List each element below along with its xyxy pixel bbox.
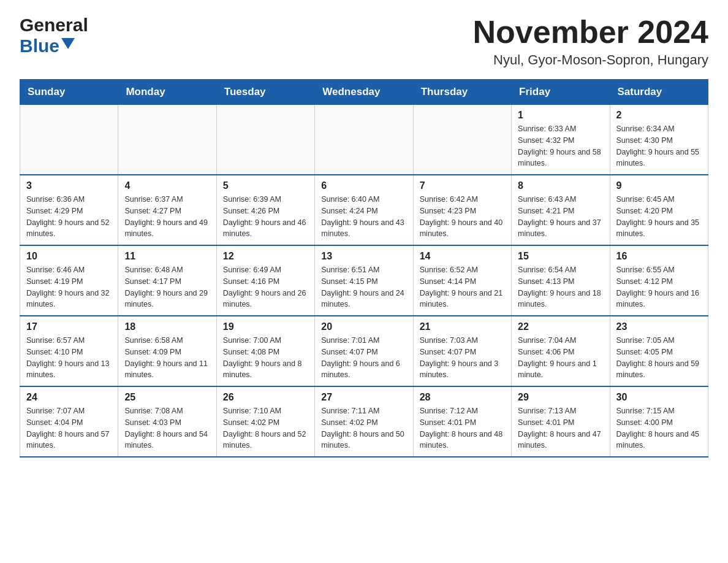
cell-week2-day1: 4Sunrise: 6:37 AMSunset: 4:27 PMDaylight…: [118, 175, 216, 245]
cell-week2-day2: 5Sunrise: 6:39 AMSunset: 4:26 PMDaylight…: [216, 175, 314, 245]
cell-week3-day5: 15Sunrise: 6:54 AMSunset: 4:13 PMDayligh…: [512, 245, 610, 316]
cell-week4-day3: 20Sunrise: 7:01 AMSunset: 4:07 PMDayligh…: [315, 316, 413, 386]
logo: General Blue: [20, 15, 88, 56]
day-number: 10: [26, 251, 112, 262]
day-number: 7: [420, 180, 505, 191]
week-row-2: 3Sunrise: 6:36 AMSunset: 4:29 PMDaylight…: [20, 175, 708, 245]
cell-week5-day2: 26Sunrise: 7:10 AMSunset: 4:02 PMDayligh…: [216, 386, 314, 457]
day-number: 19: [223, 321, 308, 332]
day-info: Sunrise: 6:46 AMSunset: 4:19 PMDaylight:…: [26, 264, 112, 310]
day-number: 14: [420, 251, 505, 262]
cell-week3-day2: 12Sunrise: 6:49 AMSunset: 4:16 PMDayligh…: [216, 245, 314, 316]
week-row-5: 24Sunrise: 7:07 AMSunset: 4:04 PMDayligh…: [20, 386, 708, 457]
header-thursday: Thursday: [413, 80, 511, 105]
cell-week2-day6: 9Sunrise: 6:45 AMSunset: 4:20 PMDaylight…: [610, 175, 708, 245]
day-info: Sunrise: 7:01 AMSunset: 4:07 PMDaylight:…: [321, 335, 406, 381]
day-info: Sunrise: 7:00 AMSunset: 4:08 PMDaylight:…: [223, 335, 308, 381]
cell-week3-day3: 13Sunrise: 6:51 AMSunset: 4:15 PMDayligh…: [315, 245, 413, 316]
cell-week1-day2: [216, 105, 314, 175]
day-info: Sunrise: 7:05 AMSunset: 4:05 PMDaylight:…: [616, 335, 702, 381]
header-tuesday: Tuesday: [216, 80, 314, 105]
svg-marker-0: [61, 38, 75, 49]
day-number: 1: [518, 110, 603, 121]
day-number: 3: [26, 180, 112, 191]
week-row-1: 1Sunrise: 6:33 AMSunset: 4:32 PMDaylight…: [20, 105, 708, 175]
header-monday: Monday: [118, 80, 216, 105]
day-number: 5: [223, 180, 308, 191]
cell-week5-day1: 25Sunrise: 7:08 AMSunset: 4:03 PMDayligh…: [118, 386, 216, 457]
week-row-4: 17Sunrise: 6:57 AMSunset: 4:10 PMDayligh…: [20, 316, 708, 386]
day-info: Sunrise: 7:07 AMSunset: 4:04 PMDaylight:…: [26, 405, 112, 451]
day-info: Sunrise: 6:45 AMSunset: 4:20 PMDaylight:…: [616, 194, 702, 240]
day-number: 27: [321, 392, 406, 403]
cell-week1-day6: 2Sunrise: 6:34 AMSunset: 4:30 PMDaylight…: [610, 105, 708, 175]
day-info: Sunrise: 6:52 AMSunset: 4:14 PMDaylight:…: [420, 264, 505, 310]
day-info: Sunrise: 6:55 AMSunset: 4:12 PMDaylight:…: [616, 264, 702, 310]
day-number: 17: [26, 321, 112, 332]
day-info: Sunrise: 6:39 AMSunset: 4:26 PMDaylight:…: [223, 194, 308, 240]
calendar-header: SundayMondayTuesdayWednesdayThursdayFrid…: [20, 80, 708, 105]
day-number: 16: [616, 251, 702, 262]
cell-week1-day0: [20, 105, 118, 175]
cell-week5-day6: 30Sunrise: 7:15 AMSunset: 4:00 PMDayligh…: [610, 386, 708, 457]
cell-week3-day4: 14Sunrise: 6:52 AMSunset: 4:14 PMDayligh…: [413, 245, 511, 316]
cell-week4-day1: 18Sunrise: 6:58 AMSunset: 4:09 PMDayligh…: [118, 316, 216, 386]
day-info: Sunrise: 6:40 AMSunset: 4:24 PMDaylight:…: [321, 194, 406, 240]
header-friday: Friday: [512, 80, 610, 105]
cell-week4-day4: 21Sunrise: 7:03 AMSunset: 4:07 PMDayligh…: [413, 316, 511, 386]
cell-week3-day1: 11Sunrise: 6:48 AMSunset: 4:17 PMDayligh…: [118, 245, 216, 316]
day-info: Sunrise: 6:57 AMSunset: 4:10 PMDaylight:…: [26, 335, 112, 381]
day-info: Sunrise: 6:37 AMSunset: 4:27 PMDaylight:…: [124, 194, 210, 240]
cell-week5-day4: 28Sunrise: 7:12 AMSunset: 4:01 PMDayligh…: [413, 386, 511, 457]
day-number: 26: [223, 392, 308, 403]
page-header: General Blue November 2024 Nyul, Gyor-Mo…: [20, 15, 708, 68]
day-info: Sunrise: 7:08 AMSunset: 4:03 PMDaylight:…: [124, 405, 210, 451]
day-number: 24: [26, 392, 112, 403]
cell-week5-day3: 27Sunrise: 7:11 AMSunset: 4:02 PMDayligh…: [315, 386, 413, 457]
day-number: 18: [124, 321, 210, 332]
cell-week2-day3: 6Sunrise: 6:40 AMSunset: 4:24 PMDaylight…: [315, 175, 413, 245]
day-info: Sunrise: 6:43 AMSunset: 4:21 PMDaylight:…: [518, 194, 603, 240]
calendar-table: SundayMondayTuesdayWednesdayThursdayFrid…: [20, 79, 708, 458]
day-info: Sunrise: 6:42 AMSunset: 4:23 PMDaylight:…: [420, 194, 505, 240]
day-number: 22: [518, 321, 603, 332]
day-number: 2: [616, 110, 702, 121]
day-info: Sunrise: 7:13 AMSunset: 4:01 PMDaylight:…: [518, 405, 603, 451]
logo-blue-text: Blue: [20, 36, 59, 56]
day-number: 9: [616, 180, 702, 191]
day-info: Sunrise: 6:49 AMSunset: 4:16 PMDaylight:…: [223, 264, 308, 310]
day-number: 25: [124, 392, 210, 403]
calendar-body: 1Sunrise: 6:33 AMSunset: 4:32 PMDaylight…: [20, 105, 708, 458]
header-wednesday: Wednesday: [315, 80, 413, 105]
day-number: 13: [321, 251, 406, 262]
day-number: 12: [223, 251, 308, 262]
cell-week4-day2: 19Sunrise: 7:00 AMSunset: 4:08 PMDayligh…: [216, 316, 314, 386]
day-info: Sunrise: 6:36 AMSunset: 4:29 PMDaylight:…: [26, 194, 112, 240]
day-info: Sunrise: 7:03 AMSunset: 4:07 PMDaylight:…: [420, 335, 505, 381]
day-number: 15: [518, 251, 603, 262]
cell-week3-day6: 16Sunrise: 6:55 AMSunset: 4:12 PMDayligh…: [610, 245, 708, 316]
day-info: Sunrise: 7:12 AMSunset: 4:01 PMDaylight:…: [420, 405, 505, 451]
cell-week2-day0: 3Sunrise: 6:36 AMSunset: 4:29 PMDaylight…: [20, 175, 118, 245]
day-number: 21: [420, 321, 505, 332]
logo-arrow-icon: [61, 38, 75, 52]
day-info: Sunrise: 7:15 AMSunset: 4:00 PMDaylight:…: [616, 405, 702, 451]
day-info: Sunrise: 6:34 AMSunset: 4:30 PMDaylight:…: [616, 123, 702, 169]
cell-week3-day0: 10Sunrise: 6:46 AMSunset: 4:19 PMDayligh…: [20, 245, 118, 316]
day-info: Sunrise: 7:04 AMSunset: 4:06 PMDaylight:…: [518, 335, 603, 381]
cell-week4-day0: 17Sunrise: 6:57 AMSunset: 4:10 PMDayligh…: [20, 316, 118, 386]
day-info: Sunrise: 7:10 AMSunset: 4:02 PMDaylight:…: [223, 405, 308, 451]
header-sunday: Sunday: [20, 80, 118, 105]
cell-week5-day0: 24Sunrise: 7:07 AMSunset: 4:04 PMDayligh…: [20, 386, 118, 457]
header-saturday: Saturday: [610, 80, 708, 105]
cell-week4-day5: 22Sunrise: 7:04 AMSunset: 4:06 PMDayligh…: [512, 316, 610, 386]
day-number: 28: [420, 392, 505, 403]
week-row-3: 10Sunrise: 6:46 AMSunset: 4:19 PMDayligh…: [20, 245, 708, 316]
cell-week2-day4: 7Sunrise: 6:42 AMSunset: 4:23 PMDaylight…: [413, 175, 511, 245]
logo-general-text: General: [20, 15, 88, 36]
cell-week5-day5: 29Sunrise: 7:13 AMSunset: 4:01 PMDayligh…: [512, 386, 610, 457]
day-number: 23: [616, 321, 702, 332]
day-info: Sunrise: 6:54 AMSunset: 4:13 PMDaylight:…: [518, 264, 603, 310]
cell-week1-day4: [413, 105, 511, 175]
day-info: Sunrise: 6:33 AMSunset: 4:32 PMDaylight:…: [518, 123, 603, 169]
